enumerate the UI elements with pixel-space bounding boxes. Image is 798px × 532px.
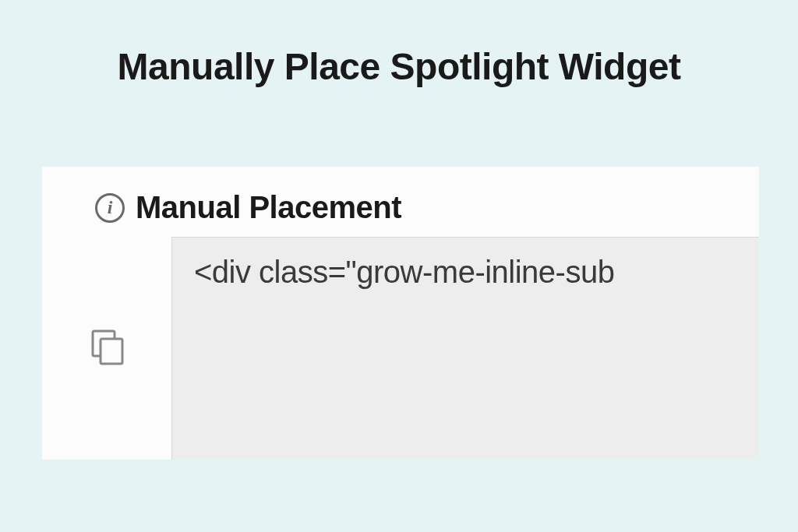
page-title: Manually Place Spotlight Widget (0, 45, 798, 88)
code-area: <div class="grow-me-inline-sub (95, 237, 759, 460)
code-snippet-box[interactable]: <div class="grow-me-inline-sub (171, 237, 759, 460)
info-icon-glyph: i (108, 198, 113, 217)
code-snippet-text: <div class="grow-me-inline-sub (194, 255, 759, 290)
section-header: i Manual Placement (95, 190, 401, 225)
section-title: Manual Placement (136, 190, 401, 225)
info-icon[interactable]: i (95, 193, 125, 223)
svg-rect-1 (101, 339, 122, 364)
copy-icon[interactable] (90, 329, 125, 366)
manual-placement-panel: i Manual Placement <div class="grow-me-i… (42, 167, 759, 460)
